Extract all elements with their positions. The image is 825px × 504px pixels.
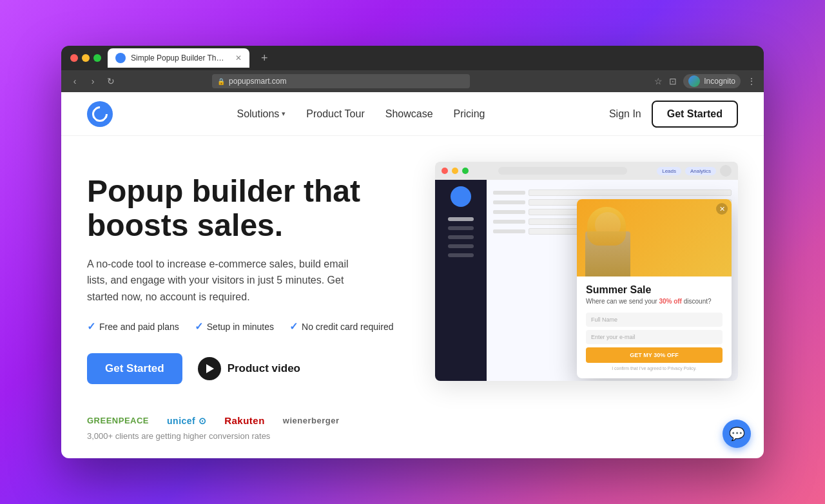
browser-window: Simple Popup Builder That Bo... ✕ + ‹ › … [61, 46, 764, 458]
sidebar-mock-item [448, 235, 474, 239]
chat-bubble-button[interactable]: 💬 [723, 420, 751, 448]
sidebar-mock-item [448, 253, 474, 257]
brand-wienerberger: wienerberger [283, 416, 340, 425]
forward-button[interactable]: › [87, 76, 99, 86]
check-icon-3: ✓ [289, 320, 298, 333]
site-header: Solutions ▾ Product Tour Showcase Pricin… [61, 92, 764, 136]
mockup-titlebar: Leads Analytics [435, 162, 738, 180]
popup-disclaimer: I confirm that I've agreed to Privacy Po… [586, 366, 723, 371]
popup-email-input[interactable]: Enter your e-mail [586, 330, 723, 344]
feature-free-plans: ✓ Free and paid plans [87, 320, 179, 333]
address-bar[interactable]: 🔒 popupsmart.com [212, 74, 470, 88]
product-video-button[interactable]: Product video [198, 357, 300, 380]
address-text: popupsmart.com [229, 77, 286, 86]
nav-solutions[interactable]: Solutions ▾ [237, 108, 286, 120]
feature-text-1: Free and paid plans [99, 322, 179, 332]
logo-icon [87, 101, 113, 127]
bookmark-icon[interactable]: ☆ [654, 76, 663, 86]
builder-label [493, 191, 525, 195]
popup-title: Summer Sale [586, 284, 723, 296]
hero-section: Popup builder that boosts sales. A no-co… [61, 136, 764, 458]
browser-nav-bar: ‹ › ↻ 🔒 popupsmart.com ☆ ⊡ Incognito ⋮ [61, 70, 764, 92]
popup-subtitle: Where can we send your 30% off discount? [586, 297, 723, 306]
profile-name: Incognito [704, 77, 735, 86]
popup-content: Summer Sale Where can we send your 30% o… [577, 276, 732, 378]
brand-greenpeace: GREENPEACE [87, 416, 149, 425]
tab-favicon [115, 53, 126, 63]
cta-row: Get Started Product video [87, 353, 422, 384]
popup-image: ✕ [577, 199, 732, 276]
builder-label [493, 229, 525, 233]
website-content: Solutions ▾ Product Tour Showcase Pricin… [61, 92, 764, 458]
builder-label [493, 220, 525, 224]
extension-icon[interactable]: ⊡ [669, 76, 677, 86]
back-button[interactable]: ‹ [69, 76, 81, 86]
hero-title: Popup builder that boosts sales. [87, 175, 422, 243]
mock-tl-yellow [452, 168, 458, 174]
tab-title: Simple Popup Builder That Bo... [131, 53, 228, 63]
feature-text-2: Setup in minutes [207, 322, 274, 332]
brands-tagline: 3,000+ clients are getting higher conver… [87, 431, 422, 441]
tab-close-icon[interactable]: ✕ [235, 53, 242, 63]
mock-tl-green [462, 168, 469, 174]
get-started-hero-button[interactable]: Get Started [87, 353, 182, 384]
maximize-traffic-light[interactable] [93, 54, 101, 62]
sidebar-mock-item [448, 244, 474, 248]
play-button-icon [198, 357, 221, 380]
header-actions: Sign In Get Started [609, 101, 738, 128]
nav-showcase[interactable]: Showcase [385, 108, 433, 120]
popup-demo: ✕ Summer Sale Where can we send your 30%… [577, 199, 732, 378]
chat-icon: 💬 [729, 426, 745, 441]
profile-avatar [688, 75, 700, 87]
nav-right: ☆ ⊡ Incognito ⋮ [654, 74, 756, 88]
profile-pill[interactable]: Incognito [683, 74, 741, 88]
logo-inner-ring [89, 103, 111, 125]
check-icon-1: ✓ [87, 320, 95, 333]
traffic-lights [70, 54, 101, 62]
feature-no-cc: ✓ No credit card required [289, 320, 393, 333]
logo[interactable] [87, 101, 113, 127]
sign-in-button[interactable]: Sign In [609, 108, 641, 120]
features-row: ✓ Free and paid plans ✓ Setup in minutes… [87, 320, 422, 333]
close-traffic-light[interactable] [70, 54, 78, 62]
sidebar-mock-item [448, 217, 474, 221]
hero-description: A no-code tool to increase e-commerce sa… [87, 256, 371, 305]
brands-row: GREENPEACE unicef ⊙ Rakuten wienerberger [87, 415, 422, 426]
brands-section: GREENPEACE unicef ⊙ Rakuten wienerberger… [87, 415, 422, 441]
brand-unicef: unicef ⊙ [167, 416, 206, 426]
title-bar: Simple Popup Builder That Bo... ✕ + [61, 46, 764, 70]
mock-analytics-pill: Analytics [685, 167, 716, 175]
builder-input [529, 189, 732, 196]
mock-user-avatar [720, 165, 732, 177]
mockup-main: ✕ Summer Sale Where can we send your 30%… [487, 180, 738, 381]
nav-product-tour[interactable]: Product Tour [306, 108, 364, 120]
builder-row [493, 189, 732, 196]
popup-name-input[interactable]: Full Name [586, 313, 723, 327]
popup-cta-button[interactable]: GET MY 30% OFF [586, 347, 723, 363]
feature-setup: ✓ Setup in minutes [195, 320, 274, 333]
check-icon-2: ✓ [195, 320, 203, 333]
nav-pricing[interactable]: Pricing [454, 108, 485, 120]
mock-leads-pill: Leads [657, 167, 681, 175]
lock-icon: 🔒 [217, 78, 225, 85]
mockup-sidebar [435, 180, 487, 381]
video-label: Product video [228, 362, 300, 375]
get-started-header-button[interactable]: Get Started [652, 101, 738, 128]
browser-tab[interactable]: Simple Popup Builder That Bo... ✕ [108, 48, 249, 68]
new-tab-button[interactable]: + [261, 52, 268, 65]
feature-text-3: No credit card required [302, 322, 393, 332]
hero-right-mockup: Leads Analytics [435, 162, 738, 407]
main-nav: Solutions ▾ Product Tour Showcase Pricin… [237, 108, 485, 120]
popup-close-button[interactable]: ✕ [716, 203, 728, 215]
builder-label [493, 210, 525, 214]
brand-rakuten: Rakuten [224, 415, 265, 426]
browser-chrome: Simple Popup Builder That Bo... ✕ + ‹ › … [61, 46, 764, 92]
menu-icon[interactable]: ⋮ [747, 76, 756, 86]
reload-button[interactable]: ↻ [105, 76, 117, 86]
play-triangle [206, 364, 214, 373]
hero-left: Popup builder that boosts sales. A no-co… [87, 162, 422, 441]
minimize-traffic-light[interactable] [82, 54, 90, 62]
mockup-browser: Leads Analytics [435, 162, 738, 381]
builder-label [493, 200, 525, 204]
mockup-body: ✕ Summer Sale Where can we send your 30%… [435, 180, 738, 381]
